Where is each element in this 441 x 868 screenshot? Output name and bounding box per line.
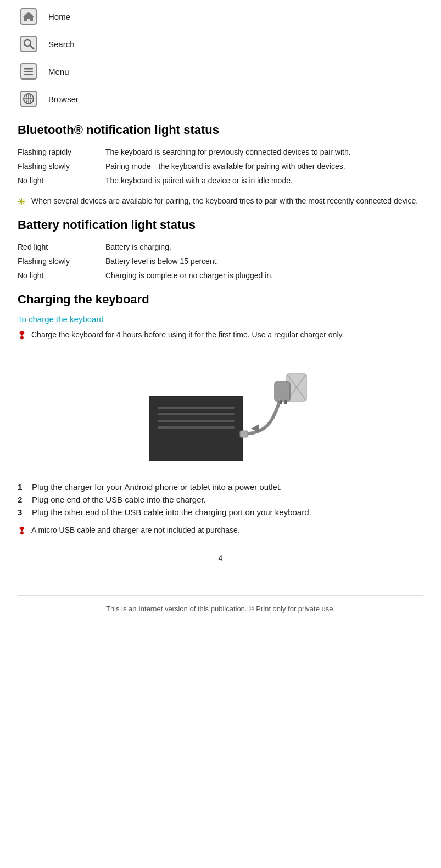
nav-label-menu: Menu <box>48 67 69 76</box>
step-text-3: Plug the other end of the USB cable into… <box>32 508 311 517</box>
svg-rect-26 <box>280 400 282 404</box>
nav-label-browser: Browser <box>48 94 79 104</box>
bt-desc-2: Pairing mode—the keyboard is available f… <box>105 159 423 173</box>
bat-status-3: No light <box>18 268 105 283</box>
battery-section-title: Battery notification light status <box>18 218 423 232</box>
bluetooth-section-title: Bluetooth® notification light status <box>18 123 423 137</box>
bt-status-2: Flashing slowly <box>18 159 105 173</box>
table-row: Red light Battery is charging. <box>18 240 423 254</box>
bt-desc-3: The keyboard is paired with a device or … <box>105 173 423 188</box>
step-item-1: 1 Plug the charger for your Android phon… <box>18 482 423 492</box>
charging-steps: 1 Plug the charger for your Android phon… <box>18 482 423 517</box>
step-num-2: 2 <box>18 495 27 504</box>
svg-rect-18 <box>158 420 235 422</box>
nav-item-search: Search <box>18 33 423 55</box>
bluetooth-section: Bluetooth® notification light status Fla… <box>18 123 423 208</box>
bluetooth-tip: ✳ When several devices are available for… <box>18 195 423 208</box>
charging-warning-text: Charge the keyboard for 4 hours before u… <box>31 329 344 341</box>
bt-status-3: No light <box>18 173 105 188</box>
svg-rect-16 <box>158 407 235 409</box>
step-num-3: 3 <box>18 508 27 517</box>
charging-illustration <box>133 352 309 472</box>
page-number: 4 <box>18 554 423 562</box>
bt-status-1: Flashing rapidly <box>18 145 105 159</box>
nav-label-search: Search <box>48 40 75 49</box>
step-text-2: Plug one end of the USB cable into the c… <box>32 495 206 504</box>
nav-label-home: Home <box>48 12 70 21</box>
charging-image <box>18 352 423 472</box>
svg-rect-8 <box>24 74 33 75</box>
bat-status-2: Flashing slowly <box>18 254 105 268</box>
bottom-note-text: A micro USB cable and charger are not in… <box>31 525 240 536</box>
table-row: Flashing slowly Pairing mode—the keyboar… <box>18 159 423 173</box>
svg-rect-25 <box>275 382 290 401</box>
browser-icon <box>18 88 40 110</box>
menu-icon <box>18 60 40 82</box>
warning-icon-2: ❢ <box>18 525 26 537</box>
bat-desc-2: Battery level is below 15 percent. <box>105 254 423 268</box>
svg-rect-19 <box>158 426 235 429</box>
search-icon <box>18 33 40 55</box>
table-row: Flashing slowly Battery level is below 1… <box>18 254 423 268</box>
step-item-3: 3 Plug the other end of the USB cable in… <box>18 508 423 517</box>
svg-rect-6 <box>24 68 33 70</box>
charging-section-title: Charging the keyboard <box>18 292 423 307</box>
bat-desc-1: Battery is charging. <box>105 240 423 254</box>
table-row: Flashing rapidly The keyboard is searchi… <box>18 145 423 159</box>
battery-section: Battery notification light status Red li… <box>18 218 423 283</box>
bat-desc-3: Charging is complete or no charger is pl… <box>105 268 423 283</box>
bluetooth-tip-text: When several devices are available for p… <box>31 195 418 207</box>
charging-link[interactable]: To charge the keyboard <box>18 314 423 324</box>
battery-status-table: Red light Battery is charging. Flashing … <box>18 240 423 283</box>
bottom-note: ❢ A micro USB cable and charger are not … <box>18 525 423 537</box>
bluetooth-status-table: Flashing rapidly The keyboard is searchi… <box>18 145 423 188</box>
copyright-text: This is an Internet version of this publ… <box>106 605 335 613</box>
step-item-2: 2 Plug one end of the USB cable into the… <box>18 495 423 504</box>
charging-warning: ❢ Charge the keyboard for 4 hours before… <box>18 329 423 342</box>
lightbulb-icon: ✳ <box>18 196 26 208</box>
bat-status-1: Red light <box>18 240 105 254</box>
charging-section: Charging the keyboard To charge the keyb… <box>18 292 423 537</box>
footer: This is an Internet version of this publ… <box>18 595 423 613</box>
nav-items: Home Search Menu <box>18 5 423 110</box>
nav-item-browser: Browser <box>18 88 423 110</box>
table-row: No light The keyboard is paired with a d… <box>18 173 423 188</box>
svg-rect-24 <box>240 431 248 437</box>
bt-desc-1: The keyboard is searching for previously… <box>105 145 423 159</box>
svg-rect-17 <box>158 413 235 415</box>
table-row: No light Charging is complete or no char… <box>18 268 423 283</box>
nav-item-menu: Menu <box>18 60 423 82</box>
warning-icon: ❢ <box>18 330 26 342</box>
home-icon <box>18 5 40 27</box>
nav-item-home: Home <box>18 5 423 27</box>
step-text-1: Plug the charger for your Android phone … <box>32 482 282 492</box>
svg-rect-7 <box>24 71 33 72</box>
step-num-1: 1 <box>18 482 27 492</box>
svg-rect-27 <box>284 400 287 404</box>
